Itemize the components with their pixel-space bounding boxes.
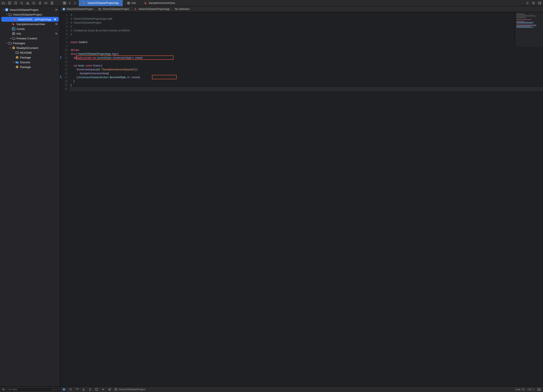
code-line[interactable]: struct VisionOSStarterProjectApp: App {: [70, 52, 543, 56]
breakpoint-toggle-icon[interactable]: [62, 388, 66, 391]
tag-icon[interactable]: [32, 1, 35, 5]
warning-icon[interactable]: [26, 1, 29, 5]
tab-sampleimmersiveview[interactable]: SampleImmersiveView: [140, 0, 179, 6]
code-line[interactable]: //: [70, 13, 543, 17]
add-icon[interactable]: [2, 388, 5, 391]
code-line[interactable]: // VisionOSStarterProject: [70, 21, 543, 25]
project-navigator[interactable]: ▾VisionOSStarterProjectM▾VisionOSStarter…: [0, 6, 60, 386]
location-icon[interactable]: [108, 388, 111, 391]
breadcrumb[interactable]: VisionOSStarterProject: [98, 8, 129, 11]
code-line[interactable]: SampleImmersiveView(): [70, 71, 543, 75]
code-line[interactable]: //: [70, 33, 543, 36]
disclosure-icon[interactable]: ▾: [6, 13, 8, 16]
grid-icon[interactable]: [63, 1, 66, 5]
disclosure-icon[interactable]: ▸: [12, 61, 15, 63]
tab-label: VisionOSStarterProjectApp: [87, 1, 119, 5]
tree-row-package[interactable]: Package: [0, 55, 60, 60]
code-line[interactable]: @State private var currentStyle: Immersi…: [70, 56, 543, 60]
chevron-right-icon[interactable]: [73, 1, 77, 5]
source-editor[interactable]: //// VisionOSStarterProjectApp.swift// V…: [70, 12, 543, 386]
step-out-icon[interactable]: [88, 388, 92, 391]
tree-label: Info: [17, 32, 56, 35]
list-adjust-icon[interactable]: [532, 1, 535, 5]
code-line[interactable]: [70, 60, 543, 64]
search-icon[interactable]: [20, 1, 23, 5]
code-line[interactable]: }: [70, 83, 543, 87]
tree-row-realitykitcontent[interactable]: ▾RealityKitContent: [0, 45, 60, 50]
navigator-filter-bar: ⊜▾ ◷ ▭: [0, 386, 60, 392]
code-line[interactable]: [70, 36, 543, 40]
tree-row-sampleimmersiveview[interactable]: SampleImmersiveViewM: [0, 22, 60, 26]
minimap-line: [516, 21, 524, 22]
disclosure-icon[interactable]: ▸: [9, 37, 12, 40]
tree-row-readme[interactable]: README: [0, 50, 60, 55]
svg-rect-2: [39, 3, 40, 4]
code-line[interactable]: var body: some Scene {: [70, 64, 543, 68]
close-square-icon[interactable]: [8, 1, 11, 5]
minimap-line: [516, 22, 534, 23]
tree-row-packages[interactable]: ▾Packages: [0, 41, 60, 45]
code-line[interactable]: [70, 87, 543, 91]
clock-icon[interactable]: ◷: [52, 388, 54, 391]
code-line[interactable]: @main: [70, 48, 543, 52]
svg-point-12: [13, 28, 13, 28]
disclosure-icon[interactable]: ▾: [2, 9, 5, 11]
spray-icon[interactable]: [38, 1, 42, 5]
step-into-icon[interactable]: [82, 388, 85, 391]
tree-row-sources[interactable]: ▸Sources: [0, 60, 60, 65]
tree-row-package[interactable]: Package: [0, 65, 60, 69]
code-line[interactable]: // Created by Oscar de la Hera Gomez on …: [70, 28, 543, 33]
filter-field[interactable]: ⊜▾ ◷ ▭: [7, 387, 58, 391]
svg-rect-9: [538, 2, 541, 4]
tree-label: Preview Content: [17, 37, 57, 40]
code-line[interactable]: //: [70, 25, 543, 28]
code-line[interactable]: // VisionOSStarterProjectApp.swift: [70, 17, 543, 21]
tree-row-visionosstarterproject[interactable]: ▾VisionOSStarterProjectM: [0, 7, 60, 12]
scheme-indicator[interactable]: A VisionOSStarterProject: [114, 388, 145, 391]
tree-row-visionosst-erprojectapp[interactable]: VisionOSSt…erProjectAppM: [1, 17, 59, 22]
panel-right-icon[interactable]: [538, 1, 541, 5]
minimap-line: [516, 15, 535, 16]
code-line[interactable]: import SwiftUI: [70, 40, 543, 44]
step-over-icon[interactable]: [75, 388, 79, 391]
debug-memory-icon[interactable]: [101, 388, 105, 391]
code-line[interactable]: }: [70, 79, 543, 83]
chevron-right-icon: 〉: [130, 7, 133, 11]
code-line[interactable]: ImmersiveSpace(id: "SampleImmersiveSpace…: [70, 68, 543, 71]
line-number: 20: [60, 87, 68, 91]
tab-visionosstarterprojectapp[interactable]: VisionOSStarterProjectApp: [79, 0, 123, 6]
tree-label: README: [20, 51, 57, 54]
debug-bar: A VisionOSStarterProject Line: 20 Col: 1: [60, 386, 543, 392]
disclosure-icon[interactable]: ▾: [6, 42, 8, 44]
chevron-left-icon[interactable]: [68, 1, 71, 5]
code-line[interactable]: }.immersionStyle(selection: $currentStyl…: [70, 75, 543, 79]
readme-icon: [15, 51, 19, 55]
tab-info[interactable]: Info: [123, 0, 140, 6]
pause-icon[interactable]: [69, 388, 72, 391]
plist-icon: [127, 1, 130, 5]
bookmark-icon[interactable]: [14, 1, 17, 5]
tree-row-info[interactable]: InfoM: [0, 31, 60, 36]
panel-bottom-icon[interactable]: [537, 388, 541, 391]
jump-bar[interactable]: VisionOSStarterProject〉VisionOSStarterPr…: [60, 6, 543, 12]
code-line[interactable]: [70, 44, 543, 48]
capsule-icon[interactable]: [44, 1, 48, 5]
minimap[interactable]: [515, 12, 543, 47]
disclosure-icon[interactable]: ▾: [9, 47, 12, 49]
folder-icon[interactable]: [2, 1, 5, 5]
breadcrumb[interactable]: VisionOSStarterProjectApp: [134, 8, 170, 11]
tree-row-preview-content[interactable]: ▸Preview Content: [0, 36, 60, 41]
minimap-line: [516, 17, 525, 17]
doc-icon[interactable]: [50, 1, 54, 5]
filter-input[interactable]: [12, 388, 51, 391]
swap-icon[interactable]: [526, 1, 529, 5]
breadcrumb[interactable]: No Selection: [175, 8, 190, 11]
tree-row-assets[interactable]: Assets: [0, 26, 60, 31]
debug-3d-icon[interactable]: [95, 388, 98, 391]
tree-row-visionosstarterproject[interactable]: ▾VisionOSStarterProject: [0, 12, 60, 17]
toolbar: VisionOSStarterProjectAppInfoSampleImmer…: [0, 0, 543, 6]
scm-filter-icon[interactable]: ▭: [55, 388, 57, 391]
breadcrumb[interactable]: VisionOSStarterProject: [62, 8, 93, 11]
line-number: 1: [60, 13, 68, 17]
tree-label: SampleImmersiveView: [17, 23, 56, 26]
